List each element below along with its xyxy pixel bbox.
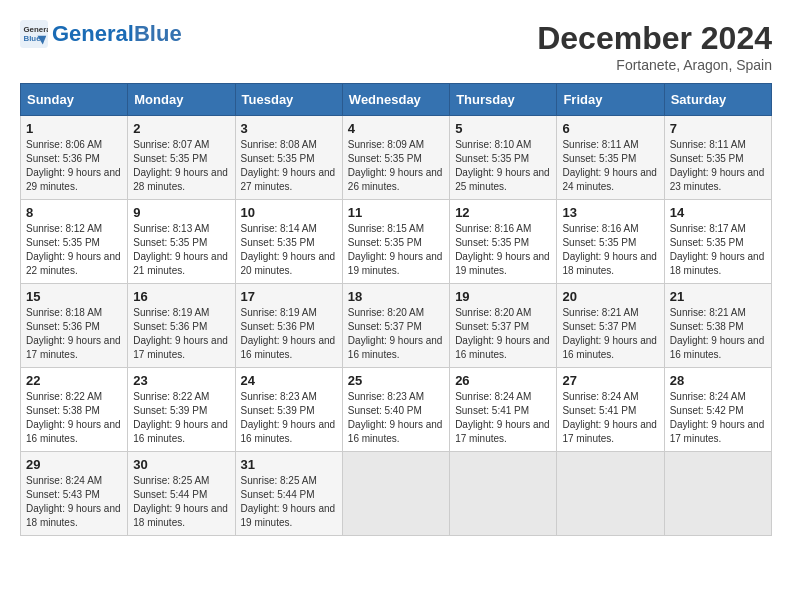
day-cell: 25Sunrise: 8:23 AMSunset: 5:40 PMDayligh…: [342, 368, 449, 452]
day-info: Sunrise: 8:11 AMSunset: 5:35 PMDaylight:…: [562, 138, 658, 194]
week-row-5: 29Sunrise: 8:24 AMSunset: 5:43 PMDayligh…: [21, 452, 772, 536]
day-cell: 31Sunrise: 8:25 AMSunset: 5:44 PMDayligh…: [235, 452, 342, 536]
column-header-thursday: Thursday: [450, 84, 557, 116]
day-number: 23: [133, 373, 229, 388]
day-cell: 5Sunrise: 8:10 AMSunset: 5:35 PMDaylight…: [450, 116, 557, 200]
day-cell: 8Sunrise: 8:12 AMSunset: 5:35 PMDaylight…: [21, 200, 128, 284]
day-cell: 2Sunrise: 8:07 AMSunset: 5:35 PMDaylight…: [128, 116, 235, 200]
logo-blue: Blue: [134, 21, 182, 46]
day-cell: 26Sunrise: 8:24 AMSunset: 5:41 PMDayligh…: [450, 368, 557, 452]
day-cell: 24Sunrise: 8:23 AMSunset: 5:39 PMDayligh…: [235, 368, 342, 452]
day-info: Sunrise: 8:10 AMSunset: 5:35 PMDaylight:…: [455, 138, 551, 194]
day-info: Sunrise: 8:11 AMSunset: 5:35 PMDaylight:…: [670, 138, 766, 194]
day-cell: 30Sunrise: 8:25 AMSunset: 5:44 PMDayligh…: [128, 452, 235, 536]
day-info: Sunrise: 8:09 AMSunset: 5:35 PMDaylight:…: [348, 138, 444, 194]
day-number: 2: [133, 121, 229, 136]
logo-text: GeneralBlue: [52, 22, 182, 46]
day-info: Sunrise: 8:25 AMSunset: 5:44 PMDaylight:…: [241, 474, 337, 530]
day-info: Sunrise: 8:25 AMSunset: 5:44 PMDaylight:…: [133, 474, 229, 530]
logo-icon: General Blue: [20, 20, 48, 48]
day-cell: [342, 452, 449, 536]
day-number: 26: [455, 373, 551, 388]
day-number: 15: [26, 289, 122, 304]
week-row-4: 22Sunrise: 8:22 AMSunset: 5:38 PMDayligh…: [21, 368, 772, 452]
column-header-friday: Friday: [557, 84, 664, 116]
day-cell: 11Sunrise: 8:15 AMSunset: 5:35 PMDayligh…: [342, 200, 449, 284]
day-info: Sunrise: 8:24 AMSunset: 5:41 PMDaylight:…: [562, 390, 658, 446]
location-subtitle: Fortanete, Aragon, Spain: [537, 57, 772, 73]
day-cell: 6Sunrise: 8:11 AMSunset: 5:35 PMDaylight…: [557, 116, 664, 200]
day-cell: [664, 452, 771, 536]
day-info: Sunrise: 8:06 AMSunset: 5:36 PMDaylight:…: [26, 138, 122, 194]
day-number: 14: [670, 205, 766, 220]
day-cell: 12Sunrise: 8:16 AMSunset: 5:35 PMDayligh…: [450, 200, 557, 284]
column-header-sunday: Sunday: [21, 84, 128, 116]
day-number: 27: [562, 373, 658, 388]
day-number: 9: [133, 205, 229, 220]
svg-text:Blue: Blue: [24, 34, 42, 43]
day-number: 8: [26, 205, 122, 220]
week-row-2: 8Sunrise: 8:12 AMSunset: 5:35 PMDaylight…: [21, 200, 772, 284]
day-info: Sunrise: 8:20 AMSunset: 5:37 PMDaylight:…: [455, 306, 551, 362]
calendar-body: 1Sunrise: 8:06 AMSunset: 5:36 PMDaylight…: [21, 116, 772, 536]
day-info: Sunrise: 8:17 AMSunset: 5:35 PMDaylight:…: [670, 222, 766, 278]
day-number: 22: [26, 373, 122, 388]
day-info: Sunrise: 8:07 AMSunset: 5:35 PMDaylight:…: [133, 138, 229, 194]
day-number: 16: [133, 289, 229, 304]
day-info: Sunrise: 8:12 AMSunset: 5:35 PMDaylight:…: [26, 222, 122, 278]
day-number: 5: [455, 121, 551, 136]
day-cell: 20Sunrise: 8:21 AMSunset: 5:37 PMDayligh…: [557, 284, 664, 368]
day-cell: 13Sunrise: 8:16 AMSunset: 5:35 PMDayligh…: [557, 200, 664, 284]
day-cell: 10Sunrise: 8:14 AMSunset: 5:35 PMDayligh…: [235, 200, 342, 284]
day-cell: 3Sunrise: 8:08 AMSunset: 5:35 PMDaylight…: [235, 116, 342, 200]
day-cell: 29Sunrise: 8:24 AMSunset: 5:43 PMDayligh…: [21, 452, 128, 536]
header: General Blue GeneralBlue December 2024 F…: [20, 20, 772, 73]
title-area: December 2024 Fortanete, Aragon, Spain: [537, 20, 772, 73]
day-number: 31: [241, 457, 337, 472]
day-info: Sunrise: 8:22 AMSunset: 5:39 PMDaylight:…: [133, 390, 229, 446]
day-cell: 15Sunrise: 8:18 AMSunset: 5:36 PMDayligh…: [21, 284, 128, 368]
day-info: Sunrise: 8:22 AMSunset: 5:38 PMDaylight:…: [26, 390, 122, 446]
week-row-1: 1Sunrise: 8:06 AMSunset: 5:36 PMDaylight…: [21, 116, 772, 200]
day-cell: 23Sunrise: 8:22 AMSunset: 5:39 PMDayligh…: [128, 368, 235, 452]
day-number: 4: [348, 121, 444, 136]
day-number: 19: [455, 289, 551, 304]
day-info: Sunrise: 8:23 AMSunset: 5:39 PMDaylight:…: [241, 390, 337, 446]
logo: General Blue GeneralBlue: [20, 20, 182, 48]
day-number: 10: [241, 205, 337, 220]
day-info: Sunrise: 8:16 AMSunset: 5:35 PMDaylight:…: [562, 222, 658, 278]
month-title: December 2024: [537, 20, 772, 57]
day-number: 17: [241, 289, 337, 304]
day-info: Sunrise: 8:16 AMSunset: 5:35 PMDaylight:…: [455, 222, 551, 278]
calendar-table: SundayMondayTuesdayWednesdayThursdayFrid…: [20, 83, 772, 536]
day-number: 25: [348, 373, 444, 388]
day-info: Sunrise: 8:20 AMSunset: 5:37 PMDaylight:…: [348, 306, 444, 362]
day-cell: [557, 452, 664, 536]
day-info: Sunrise: 8:08 AMSunset: 5:35 PMDaylight:…: [241, 138, 337, 194]
week-row-3: 15Sunrise: 8:18 AMSunset: 5:36 PMDayligh…: [21, 284, 772, 368]
day-cell: 1Sunrise: 8:06 AMSunset: 5:36 PMDaylight…: [21, 116, 128, 200]
day-cell: 22Sunrise: 8:22 AMSunset: 5:38 PMDayligh…: [21, 368, 128, 452]
day-cell: 16Sunrise: 8:19 AMSunset: 5:36 PMDayligh…: [128, 284, 235, 368]
day-cell: 14Sunrise: 8:17 AMSunset: 5:35 PMDayligh…: [664, 200, 771, 284]
day-info: Sunrise: 8:15 AMSunset: 5:35 PMDaylight:…: [348, 222, 444, 278]
day-cell: 21Sunrise: 8:21 AMSunset: 5:38 PMDayligh…: [664, 284, 771, 368]
day-cell: 19Sunrise: 8:20 AMSunset: 5:37 PMDayligh…: [450, 284, 557, 368]
day-info: Sunrise: 8:21 AMSunset: 5:37 PMDaylight:…: [562, 306, 658, 362]
day-info: Sunrise: 8:24 AMSunset: 5:43 PMDaylight:…: [26, 474, 122, 530]
day-number: 28: [670, 373, 766, 388]
day-info: Sunrise: 8:23 AMSunset: 5:40 PMDaylight:…: [348, 390, 444, 446]
calendar-header-row: SundayMondayTuesdayWednesdayThursdayFrid…: [21, 84, 772, 116]
day-number: 1: [26, 121, 122, 136]
day-number: 7: [670, 121, 766, 136]
column-header-monday: Monday: [128, 84, 235, 116]
day-info: Sunrise: 8:14 AMSunset: 5:35 PMDaylight:…: [241, 222, 337, 278]
day-number: 6: [562, 121, 658, 136]
day-cell: 28Sunrise: 8:24 AMSunset: 5:42 PMDayligh…: [664, 368, 771, 452]
column-header-tuesday: Tuesday: [235, 84, 342, 116]
column-header-saturday: Saturday: [664, 84, 771, 116]
day-cell: 17Sunrise: 8:19 AMSunset: 5:36 PMDayligh…: [235, 284, 342, 368]
day-number: 24: [241, 373, 337, 388]
day-number: 12: [455, 205, 551, 220]
day-number: 18: [348, 289, 444, 304]
